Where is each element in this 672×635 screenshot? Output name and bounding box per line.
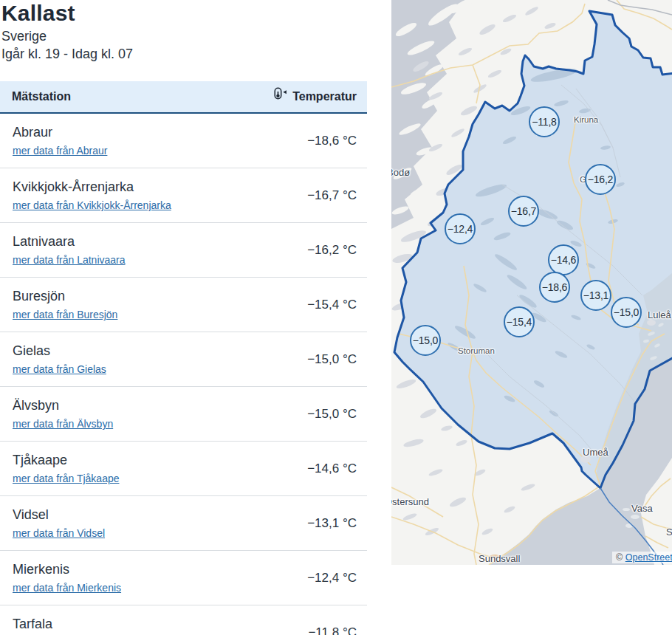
map-temp-bubble[interactable]: −15,4 [504, 306, 535, 337]
map-place-label: Storuman [458, 346, 495, 355]
station-cell: Abraurmer data från Abraur [13, 124, 107, 157]
map-temp-bubble[interactable]: −15,0 [611, 297, 642, 328]
map-place-label: Umeå [583, 447, 608, 458]
station-row: Latnivaaramer data från Latnivaara−16,2 … [0, 223, 367, 278]
map-temp-bubble[interactable]: −12,4 [445, 213, 476, 244]
station-cell: Älvsbynmer data från Älvsbyn [13, 397, 113, 430]
map-place-label: Sundsvall [479, 553, 520, 564]
station-more-link[interactable]: mer data från Gielas [13, 363, 106, 376]
page-period: Igår kl. 19 - Idag kl. 07 [1, 47, 367, 62]
map-attribution: © OpenStreetMap [612, 552, 672, 563]
station-row: Abraurmer data från Abraur−18,6 °C [0, 114, 367, 168]
map-place-label: Vasa [631, 503, 653, 514]
station-row: Gielasmer data från Gielas−15,0 °C [0, 332, 367, 387]
map-temp-bubble[interactable]: −11,8 [529, 106, 560, 137]
station-name: Buresjön [13, 288, 117, 304]
station-more-link[interactable]: mer data från Latnivaara [13, 254, 126, 267]
map-place-label: Seinäjoki [666, 526, 672, 538]
map-temp-bubble[interactable]: −18,6 [539, 272, 570, 303]
map-geography [391, 0, 672, 565]
station-row: Vidselmer data från Vidsel−13,1 °C [0, 496, 367, 551]
station-rows: Abraurmer data från Abraur−18,6 °CKvikkj… [0, 114, 367, 635]
station-temp: −16,2 °C [307, 243, 357, 258]
map-place-label: Bodø [391, 167, 410, 178]
station-more-link[interactable]: mer data från Vidsel [13, 527, 105, 540]
station-row: Mierkenismer data från Mierkenis−12,4 °C [0, 551, 367, 605]
map-place-label: Östersund [391, 496, 429, 507]
station-temp: −15,0 °C [307, 352, 357, 367]
map-temp-bubble[interactable]: −16,7 [508, 196, 539, 227]
map-place-label: Luleå [648, 309, 671, 320]
table-header: Mätstation Temperatur [0, 81, 367, 114]
station-name: Vidsel [13, 507, 105, 523]
station-cell: Tjåkaapemer data från Tjåkaape [13, 452, 120, 485]
station-cell: Buresjönmer data från Buresjön [13, 288, 117, 321]
station-name: Latnivaara [13, 233, 126, 250]
station-cell: Mierkenismer data från Mierkenis [13, 561, 121, 594]
copyright-symbol: © [616, 552, 623, 563]
station-temp: −15,0 °C [307, 407, 357, 422]
station-row: Älvsbynmer data från Älvsbyn−15,0 °C [0, 387, 367, 442]
station-more-link[interactable]: mer data från Mierkenis [13, 582, 121, 594]
station-row: Kvikkjokk-Årrenjarkamer data från Kvikkj… [0, 168, 367, 223]
station-column-header: Mätstation [12, 90, 71, 103]
openstreetmap-link[interactable]: OpenStreetMap [625, 552, 672, 563]
station-more-link[interactable]: mer data från Kvikkjokk-Årrenjarka [13, 199, 171, 212]
map-temp-bubble[interactable]: −14,6 [548, 244, 579, 275]
station-temp: −16,7 °C [307, 188, 357, 203]
station-more-link[interactable]: mer data från Buresjön [13, 309, 117, 321]
station-temp: −12,4 °C [307, 571, 357, 586]
station-row: Tjåkaapemer data från Tjåkaape−14,6 °C [0, 442, 367, 496]
station-name: Älvsbyn [13, 397, 113, 413]
thermometer-min-icon [272, 86, 288, 107]
station-more-link[interactable]: mer data från Abraur [13, 145, 107, 157]
page-subtitle: Sverige [1, 29, 367, 44]
station-temp: −15,4 °C [307, 298, 357, 312]
station-more-link[interactable]: mer data från Tjåkaape [13, 473, 120, 485]
station-name: Tarfala [13, 616, 108, 632]
weather-map[interactable]: © OpenStreetMap BodøKirunaGällivareStoru… [391, 0, 672, 565]
station-row: Tarfalamer data från Tarfala−11,8 °C [0, 605, 367, 635]
station-name: Gielas [13, 343, 106, 359]
station-name: Tjåkaape [13, 452, 120, 468]
stations-table: Mätstation Temperatur Abraurmer data frå… [0, 81, 367, 635]
station-cell: Tarfalamer data från Tarfala [13, 616, 108, 635]
coldest-panel: Kallast Sverige Igår kl. 19 - Idag kl. 0… [0, 0, 367, 635]
station-name: Mierkenis [13, 561, 121, 577]
station-row: Buresjönmer data från Buresjön−15,4 °C [0, 278, 367, 332]
station-cell: Gielasmer data från Gielas [13, 343, 106, 376]
page-title: Kallast [1, 1, 367, 25]
map-place-label: Kiruna [574, 115, 598, 124]
station-name: Kvikkjokk-Årrenjarka [13, 179, 171, 195]
map-temp-bubble[interactable]: −13,1 [580, 280, 611, 311]
station-cell: Vidselmer data från Vidsel [13, 507, 105, 540]
station-temp: −11,8 °C [308, 625, 357, 635]
station-cell: Kvikkjokk-Årrenjarkamer data från Kvikkj… [13, 179, 171, 212]
station-name: Abraur [13, 124, 107, 140]
station-cell: Latnivaaramer data från Latnivaara [13, 233, 126, 267]
station-more-link[interactable]: mer data från Älvsbyn [13, 418, 113, 430]
map-temp-bubble[interactable]: −16,2 [585, 164, 616, 195]
temperature-column-header: Temperatur [292, 90, 357, 103]
map-temp-bubble[interactable]: −15,0 [410, 325, 441, 356]
station-temp: −13,1 °C [307, 516, 357, 531]
station-temp: −18,6 °C [307, 134, 357, 148]
station-temp: −14,6 °C [307, 461, 357, 476]
